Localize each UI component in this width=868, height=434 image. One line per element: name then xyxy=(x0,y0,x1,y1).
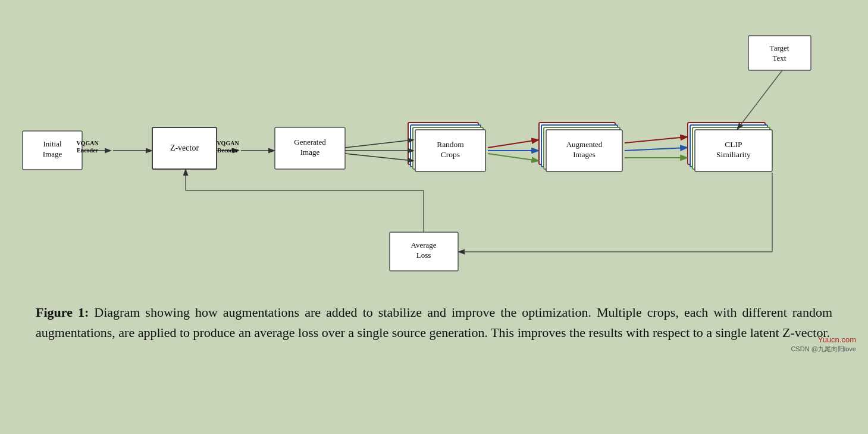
figure-label: Figure 1: xyxy=(36,305,89,320)
svg-text:Target: Target xyxy=(770,43,789,52)
svg-text:Random: Random xyxy=(437,140,464,149)
svg-text:Images: Images xyxy=(573,150,596,159)
svg-text:Image: Image xyxy=(300,148,320,157)
caption-text: Figure 1: Diagram showing how augmentati… xyxy=(36,302,832,343)
svg-rect-27 xyxy=(748,36,811,70)
svg-text:Crops: Crops xyxy=(441,150,460,159)
svg-text:Text: Text xyxy=(773,54,786,63)
caption-area: Figure 1: Diagram showing how augmentati… xyxy=(0,292,868,349)
svg-text:Decoder: Decoder xyxy=(217,147,239,154)
diagram-svg: Initial Image Z-vector Generated Image R… xyxy=(0,0,868,292)
svg-text:Encoder: Encoder xyxy=(77,147,99,154)
svg-text:VQGAN: VQGAN xyxy=(76,140,99,146)
caption-body: Diagram showing how augmentations are ad… xyxy=(36,305,832,340)
watermark: Yuucn.com xyxy=(818,335,856,344)
svg-text:Initial: Initial xyxy=(43,139,61,148)
diagram-area: Initial Image Z-vector Generated Image R… xyxy=(0,0,868,292)
svg-text:Loss: Loss xyxy=(416,251,431,260)
csdn-label: CSDN @九尾向阳love xyxy=(791,345,856,354)
svg-text:Similiarity: Similiarity xyxy=(716,150,751,159)
svg-text:CLIP: CLIP xyxy=(725,140,742,149)
svg-text:Z-vector: Z-vector xyxy=(170,143,199,152)
svg-text:Generated: Generated xyxy=(294,138,326,146)
svg-text:Average: Average xyxy=(411,241,436,249)
svg-text:VQGAN: VQGAN xyxy=(217,140,239,146)
svg-text:Image: Image xyxy=(43,149,62,158)
svg-text:Augmented: Augmented xyxy=(566,140,603,149)
